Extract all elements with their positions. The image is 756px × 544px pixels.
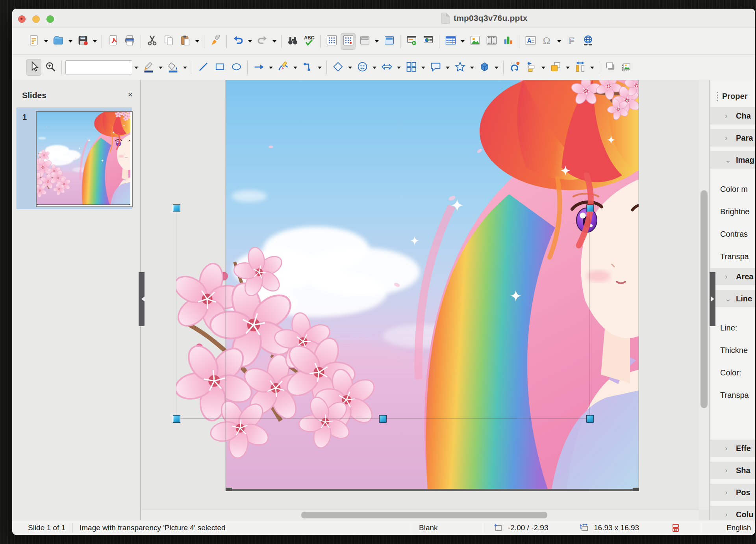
paste-button[interactable] bbox=[178, 33, 193, 50]
document-modified-icon[interactable] bbox=[671, 523, 680, 533]
insert-table-button[interactable] bbox=[443, 33, 458, 50]
redo-dropdown[interactable] bbox=[271, 33, 277, 50]
symbol-shapes-dropdown[interactable] bbox=[371, 59, 377, 76]
star-shapes-button[interactable] bbox=[452, 59, 467, 76]
special-character-button[interactable]: Ω bbox=[539, 33, 554, 50]
sidebar-section-line[interactable]: ⌄Line bbox=[710, 290, 755, 307]
save-dropdown[interactable] bbox=[92, 33, 98, 50]
shadow-button[interactable] bbox=[603, 59, 618, 76]
spelling-button[interactable]: ABC bbox=[302, 33, 317, 50]
symbol-shapes-button[interactable] bbox=[355, 59, 370, 76]
clone-formatting-button[interactable] bbox=[208, 33, 223, 50]
sidebar-section-cha[interactable]: ›Cha bbox=[710, 107, 755, 124]
fill-color-button[interactable] bbox=[165, 59, 180, 76]
fill-color-dropdown[interactable] bbox=[182, 59, 188, 76]
connectors-button[interactable] bbox=[300, 59, 315, 76]
line-style-combo-dropdown[interactable] bbox=[133, 59, 139, 76]
find-replace-button[interactable] bbox=[285, 33, 300, 50]
insert-chart-button[interactable] bbox=[500, 33, 515, 50]
distribute-dropdown[interactable] bbox=[589, 59, 595, 76]
block-arrows-dropdown[interactable] bbox=[396, 59, 402, 76]
insert-line-button[interactable] bbox=[196, 59, 211, 76]
master-slide-button[interactable] bbox=[382, 33, 397, 50]
sidebar-section-sha[interactable]: ›Sha bbox=[710, 462, 755, 479]
line-color-dropdown[interactable] bbox=[158, 59, 163, 76]
vertical-scrollbar-thumb[interactable] bbox=[700, 190, 708, 408]
redo-button[interactable] bbox=[255, 33, 270, 50]
distribute-button[interactable] bbox=[573, 59, 587, 76]
undo-button[interactable] bbox=[230, 33, 245, 50]
sidebar-section-effe[interactable]: ›Effe bbox=[710, 440, 755, 457]
undo-dropdown[interactable] bbox=[247, 33, 253, 50]
open-button[interactable] bbox=[51, 33, 66, 50]
curves-polygons-dropdown[interactable] bbox=[292, 59, 298, 76]
cut-button[interactable] bbox=[145, 33, 159, 50]
lines-arrows-dropdown[interactable] bbox=[268, 59, 274, 76]
sidebar-section-colu[interactable]: ›Colu bbox=[710, 506, 755, 520]
start-from-current-slide-button[interactable] bbox=[421, 33, 435, 50]
slide-thumbnail[interactable] bbox=[36, 111, 133, 207]
slide-artwork[interactable] bbox=[176, 80, 639, 492]
select-button[interactable] bbox=[26, 59, 41, 76]
fontwork-button[interactable]: F bbox=[564, 33, 579, 50]
paste-dropdown[interactable] bbox=[194, 33, 200, 50]
arrange-dropdown[interactable] bbox=[565, 59, 571, 76]
special-character-dropdown[interactable] bbox=[556, 33, 562, 50]
insert-image-button[interactable] bbox=[467, 33, 482, 50]
sidebar-section-para[interactable]: ›Para bbox=[710, 129, 755, 147]
start-from-first-slide-button[interactable] bbox=[404, 33, 419, 50]
basic-shapes-button[interactable] bbox=[330, 59, 345, 76]
snap-to-grid-button[interactable] bbox=[341, 33, 356, 50]
open-dropdown[interactable] bbox=[67, 33, 73, 50]
new-document-dropdown[interactable] bbox=[43, 33, 49, 50]
display-grid-button[interactable] bbox=[324, 33, 339, 50]
zoom-window-button[interactable] bbox=[46, 15, 54, 23]
export-pdf-button[interactable] bbox=[106, 33, 120, 50]
3d-objects-dropdown[interactable] bbox=[493, 59, 499, 76]
insert-table-dropdown[interactable] bbox=[460, 33, 465, 50]
zoom-pan-button[interactable] bbox=[43, 59, 58, 76]
hide-sidebar-splitter[interactable] bbox=[710, 272, 715, 326]
connectors-dropdown[interactable] bbox=[317, 59, 322, 76]
line-style-combo[interactable] bbox=[65, 60, 132, 74]
selection-handle-bottom-right[interactable] bbox=[586, 415, 594, 423]
sidebar-grip-icon[interactable] bbox=[716, 91, 719, 101]
horizontal-scrollbar[interactable] bbox=[141, 510, 699, 520]
sidebar-section-area[interactable]: ›Area bbox=[710, 268, 755, 285]
selection-handle-left-middle[interactable] bbox=[173, 204, 180, 212]
slide-canvas[interactable] bbox=[141, 80, 699, 510]
display-views-button[interactable] bbox=[357, 33, 372, 50]
rectangle-button[interactable] bbox=[212, 59, 227, 76]
display-views-dropdown[interactable] bbox=[374, 33, 380, 50]
curves-polygons-button[interactable] bbox=[276, 59, 291, 76]
close-slides-panel-button[interactable]: × bbox=[126, 90, 135, 99]
insert-textbox-button[interactable]: A bbox=[523, 33, 538, 50]
flowchart-dropdown[interactable] bbox=[420, 59, 426, 76]
star-shapes-dropdown[interactable] bbox=[469, 59, 475, 76]
crop-image-button[interactable] bbox=[619, 59, 634, 76]
slide-list-item-selected[interactable]: 1 bbox=[17, 108, 132, 209]
selection-handle-bottom-middle[interactable] bbox=[379, 415, 387, 423]
hide-slides-panel-splitter[interactable] bbox=[139, 272, 145, 326]
lines-arrows-button[interactable] bbox=[251, 59, 266, 76]
copy-button[interactable] bbox=[161, 33, 176, 50]
selection-handle-right-middle[interactable] bbox=[586, 204, 594, 212]
align-objects-button[interactable] bbox=[524, 59, 539, 76]
arrange-button[interactable] bbox=[548, 59, 563, 76]
insert-media-button[interactable] bbox=[484, 33, 499, 50]
close-window-button[interactable] bbox=[18, 15, 26, 23]
sidebar-section-pos[interactable]: ›Pos bbox=[710, 484, 755, 501]
save-button[interactable] bbox=[75, 33, 90, 50]
3d-objects-button[interactable] bbox=[477, 59, 492, 76]
flowchart-button[interactable] bbox=[404, 59, 419, 76]
print-button[interactable] bbox=[122, 33, 137, 50]
line-color-button[interactable] bbox=[141, 59, 156, 76]
new-document-button[interactable] bbox=[26, 33, 41, 50]
language-status[interactable]: English bbox=[726, 524, 751, 532]
selection-handle-bottom-left[interactable] bbox=[173, 415, 180, 423]
minimize-window-button[interactable] bbox=[32, 15, 40, 23]
rotate-button[interactable] bbox=[507, 59, 522, 76]
block-arrows-button[interactable] bbox=[379, 59, 394, 76]
horizontal-scrollbar-thumb[interactable] bbox=[301, 512, 547, 518]
callout-shapes-dropdown[interactable] bbox=[445, 59, 450, 76]
